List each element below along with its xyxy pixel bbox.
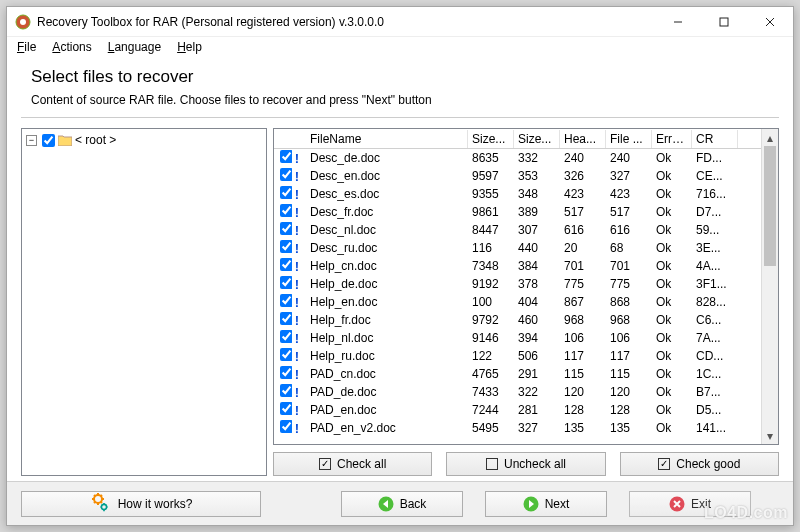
table-row[interactable]: !Help_ru.doc122506117117OkCD... [274, 347, 761, 365]
table-row[interactable]: !Help_nl.doc9146394106106Ok7A... [274, 329, 761, 347]
checkbox-checked-icon [319, 458, 331, 470]
cell-head: 128 [560, 403, 606, 417]
cell-head: 115 [560, 367, 606, 381]
cell-file: 120 [606, 385, 652, 399]
cell-error: Ok [652, 277, 692, 291]
row-checkbox[interactable] [280, 222, 292, 235]
file-icon: ! [292, 170, 302, 183]
collapse-icon[interactable]: − [26, 135, 37, 146]
row-checkbox[interactable] [280, 312, 292, 325]
svg-rect-3 [720, 18, 728, 26]
row-checkbox[interactable] [280, 384, 292, 397]
file-icon: ! [292, 206, 302, 219]
cell-filename: Desc_ru.doc [306, 241, 468, 255]
table-row[interactable]: !Desc_es.doc9355348423423Ok716... [274, 185, 761, 203]
scrollbar[interactable]: ▴ ▾ [761, 129, 778, 444]
how-it-works-button[interactable]: How it works? [21, 491, 261, 517]
scroll-up-icon[interactable]: ▴ [762, 129, 778, 146]
col-filename[interactable]: FileName [306, 130, 468, 148]
maximize-button[interactable] [701, 7, 747, 37]
table-row[interactable]: !Desc_fr.doc9861389517517OkD7... [274, 203, 761, 221]
tree-root-checkbox[interactable] [42, 134, 55, 147]
check-good-button[interactable]: Check good [620, 452, 779, 476]
table-row[interactable]: !PAD_en_v2.doc5495327135135Ok141... [274, 419, 761, 437]
window-title: Recovery Toolbox for RAR (Personal regis… [37, 15, 655, 29]
cell-error: Ok [652, 349, 692, 363]
row-checkbox[interactable] [280, 366, 292, 379]
row-checkbox[interactable] [280, 348, 292, 361]
row-checkbox[interactable] [280, 420, 292, 433]
back-button[interactable]: Back [341, 491, 463, 517]
check-all-button[interactable]: Check all [273, 452, 432, 476]
row-checkbox[interactable] [280, 276, 292, 289]
workarea: − < root > FileName Si [21, 128, 779, 476]
exit-icon [669, 496, 685, 512]
cell-filename: Desc_en.doc [306, 169, 468, 183]
row-checkbox[interactable] [280, 294, 292, 307]
cell-crc: FD... [692, 151, 738, 165]
table-row[interactable]: !Desc_ru.doc1164402068Ok3E... [274, 239, 761, 257]
table-row[interactable]: !Desc_nl.doc8447307616616Ok59... [274, 221, 761, 239]
col-error[interactable]: Erro... [652, 130, 692, 148]
tree-root-label: < root > [75, 133, 116, 147]
scroll-down-icon[interactable]: ▾ [762, 427, 778, 444]
col-crc[interactable]: CR [692, 130, 738, 148]
table-row[interactable]: !PAD_en.doc7244281128128OkD5... [274, 401, 761, 419]
exit-button[interactable]: Exit [629, 491, 751, 517]
table-row[interactable]: !PAD_cn.doc4765291115115Ok1C... [274, 365, 761, 383]
table-row[interactable]: !Help_en.doc100404867868Ok828... [274, 293, 761, 311]
cell-file: 128 [606, 403, 652, 417]
cell-size2: 353 [514, 169, 560, 183]
menu-language[interactable]: Language [104, 39, 165, 55]
menu-help[interactable]: Help [173, 39, 206, 55]
row-checkbox[interactable] [280, 150, 292, 163]
tree-panel: − < root > [21, 128, 267, 476]
scroll-thumb[interactable] [764, 146, 776, 266]
cell-filename: Help_fr.doc [306, 313, 468, 327]
uncheck-all-button[interactable]: Uncheck all [446, 452, 605, 476]
tree-root-node[interactable]: − < root > [25, 132, 263, 148]
cell-file: 517 [606, 205, 652, 219]
checkbox-empty-icon [486, 458, 498, 470]
table-row[interactable]: !Desc_de.doc8635332240240OkFD... [274, 149, 761, 167]
row-checkbox[interactable] [280, 168, 292, 181]
cell-head: 106 [560, 331, 606, 345]
next-button[interactable]: Next [485, 491, 607, 517]
cell-error: Ok [652, 295, 692, 309]
cell-crc: 141... [692, 421, 738, 435]
table-row[interactable]: !Help_fr.doc9792460968968OkC6... [274, 311, 761, 329]
file-icon: ! [292, 296, 302, 309]
table-row[interactable]: !Desc_en.doc9597353326327OkCE... [274, 167, 761, 185]
table-row[interactable]: !Help_de.doc9192378775775Ok3F1... [274, 275, 761, 293]
scroll-track[interactable] [762, 266, 778, 427]
row-checkbox[interactable] [280, 240, 292, 253]
col-head[interactable]: Hea... [560, 130, 606, 148]
minimize-button[interactable] [655, 7, 701, 37]
table-row[interactable]: !Help_cn.doc7348384701701Ok4A... [274, 257, 761, 275]
cell-error: Ok [652, 403, 692, 417]
col-check[interactable] [274, 137, 292, 141]
cell-file: 117 [606, 349, 652, 363]
col-size1[interactable]: Size... [468, 130, 514, 148]
next-label: Next [545, 497, 570, 511]
close-button[interactable] [747, 7, 793, 37]
row-checkbox[interactable] [280, 330, 292, 343]
folder-icon [58, 134, 72, 146]
cell-file: 240 [606, 151, 652, 165]
menu-actions[interactable]: Actions [48, 39, 95, 55]
cell-head: 423 [560, 187, 606, 201]
col-file[interactable]: File ... [606, 130, 652, 148]
cell-crc: D7... [692, 205, 738, 219]
menu-file[interactable]: File [13, 39, 40, 55]
grid-wrap: FileName Size... Size... Hea... File ...… [273, 128, 779, 445]
row-checkbox[interactable] [280, 186, 292, 199]
row-checkbox[interactable] [280, 204, 292, 217]
col-size2[interactable]: Size... [514, 130, 560, 148]
cell-filename: Help_ru.doc [306, 349, 468, 363]
table-row[interactable]: !PAD_de.doc7433322120120OkB7... [274, 383, 761, 401]
cell-filename: Desc_es.doc [306, 187, 468, 201]
cell-size2: 281 [514, 403, 560, 417]
row-checkbox[interactable] [280, 402, 292, 415]
row-checkbox[interactable] [280, 258, 292, 271]
file-grid: FileName Size... Size... Hea... File ...… [274, 129, 761, 444]
